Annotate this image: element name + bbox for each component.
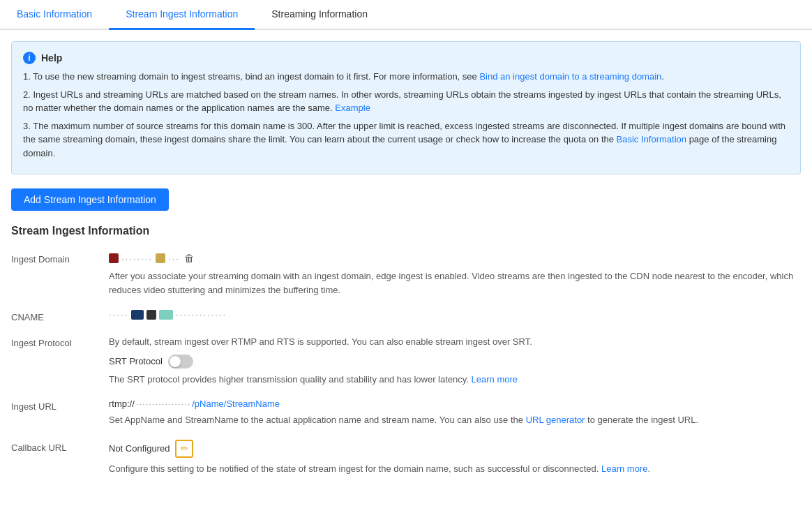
callback-url-desc: Configure this setting to be notified of… [109, 462, 801, 476]
ingest-protocol-row: Ingest Protocol By default, stream inges… [11, 335, 801, 386]
add-stream-ingest-button[interactable]: Add Stream Ingest Information [11, 188, 169, 211]
ingest-url-desc: Set AppName and StreamName to the actual… [109, 413, 801, 427]
help-link-2[interactable]: Example [335, 103, 370, 113]
help-list: 1. To use the new streaming domain to in… [23, 70, 789, 160]
callback-url-display: Not Configured ✏ [109, 440, 801, 458]
domain-blurred-1: ········ [121, 253, 153, 264]
domain-blurred-2: ··· [168, 253, 180, 264]
callback-url-row: Callback URL Not Configured ✏ Configure … [11, 440, 801, 476]
cname-blurred-2: ············· [176, 309, 227, 320]
help-title: i Help [23, 52, 789, 64]
srt-note: The SRT protocol provides higher transmi… [109, 373, 801, 387]
cname-color-3 [159, 310, 173, 320]
ingest-url-suffix: /pName/StreamName [192, 399, 280, 409]
url-generator-link[interactable]: URL generator [526, 415, 585, 425]
ingest-domain-row: Ingest Domain ········ ··· 🗑 After you a… [11, 251, 801, 297]
ingest-protocol-value: By default, stream ingest over RTMP and … [109, 335, 801, 386]
help-link-3[interactable]: Basic Information [617, 134, 686, 144]
srt-row: SRT Protocol [109, 355, 801, 369]
ingest-url-value: rtmp:// ················· /pName/StreamN… [109, 399, 801, 427]
ingest-url-blurred: ················· [136, 399, 190, 409]
ingest-domain-label: Ingest Domain [11, 251, 109, 265]
callback-url-label: Callback URL [11, 440, 109, 453]
cname-color-2 [146, 310, 156, 320]
help-item-2: 2. Ingest URLs and streaming URLs are ma… [23, 88, 789, 115]
help-item-1: 1. To use the new streaming domain to in… [23, 70, 789, 84]
ingest-protocol-desc: By default, stream ingest over RTMP and … [109, 335, 801, 349]
section-title: Stream Ingest Information [11, 225, 801, 237]
srt-learn-more-link[interactable]: Learn more [472, 374, 518, 385]
info-icon: i [23, 52, 36, 64]
main-content: i Help 1. To use the new streaming domai… [0, 30, 812, 499]
domain-value-row: ········ ··· 🗑 [109, 251, 801, 265]
info-table: Ingest Domain ········ ··· 🗑 After you a… [11, 251, 801, 475]
ingest-domain-value: ········ ··· 🗑 After you associate your … [109, 251, 801, 297]
toggle-knob [170, 356, 181, 367]
callback-url-value: Not Configured ✏ Configure this setting … [109, 440, 801, 476]
cname-color-1 [131, 310, 144, 320]
ingest-url-row: Ingest URL rtmp:// ················· /pN… [11, 399, 801, 427]
help-link-1[interactable]: Bind an ingest domain to a streaming dom… [479, 71, 661, 82]
cname-value-row: ····· ············· [109, 309, 801, 320]
help-item-3: 3. The maximum number of source streams … [23, 119, 789, 161]
ingest-url-label: Ingest URL [11, 399, 109, 412]
callback-learn-more-link[interactable]: Learn more [601, 463, 647, 474]
callback-url-edit-button[interactable]: ✏ [175, 440, 193, 458]
srt-toggle[interactable] [168, 355, 193, 369]
tab-basic[interactable]: Basic Information [0, 0, 109, 30]
callback-url-status: Not Configured [109, 443, 170, 454]
domain-delete-button[interactable]: 🗑 [183, 251, 195, 265]
help-box: i Help 1. To use the new streaming domai… [11, 41, 801, 174]
tab-bar: Basic Information Stream Ingest Informat… [0, 0, 812, 30]
ingest-protocol-label: Ingest Protocol [11, 335, 109, 348]
cname-row: CNAME ····· ············· [11, 309, 801, 322]
rtmp-prefix: rtmp:// [109, 399, 135, 409]
ingest-domain-desc: After you associate your streaming domai… [109, 269, 801, 297]
domain-color-block-2 [156, 253, 165, 263]
cname-label: CNAME [11, 309, 109, 322]
domain-color-block-1 [109, 253, 119, 263]
srt-label: SRT Protocol [109, 356, 163, 366]
ingest-url-display: rtmp:// ················· /pName/StreamN… [109, 399, 801, 409]
cname-value: ····· ············· [109, 309, 801, 320]
tab-ingest[interactable]: Stream Ingest Information [109, 0, 255, 30]
tab-streaming[interactable]: Streaming Information [255, 0, 384, 30]
cname-blurred-1: ····· [109, 309, 128, 320]
